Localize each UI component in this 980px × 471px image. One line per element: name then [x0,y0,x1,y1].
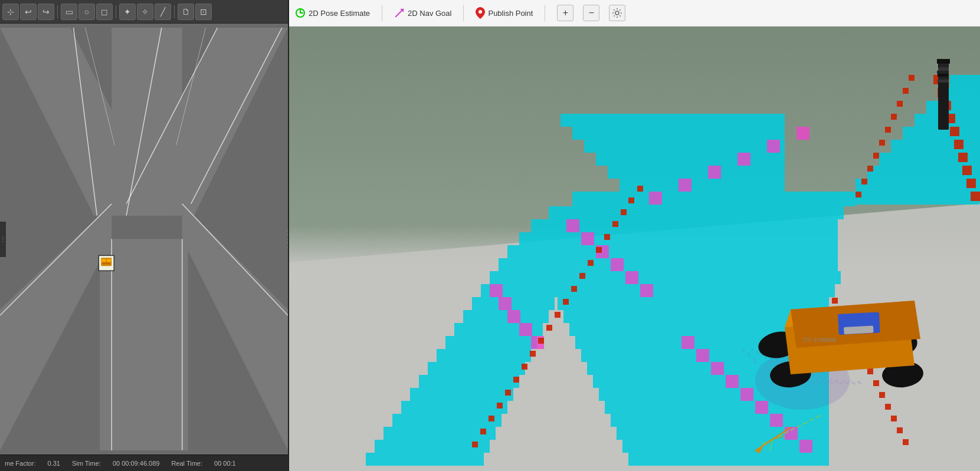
svg-rect-21 [102,262,110,264]
svg-rect-84 [926,101,980,114]
light-tool-btn[interactable]: ✦ [119,4,136,20]
real-time-value: 00 00:1 [214,460,236,467]
svg-rect-115 [621,209,627,215]
svg-rect-100 [499,297,512,310]
paste-tool-btn[interactable]: ⊡ [195,4,212,20]
svg-rect-38 [463,310,549,323]
slash-tool-btn[interactable]: ╱ [155,4,171,20]
pose-estimate-btn[interactable]: 2D Pose Estimate [295,8,370,18]
svg-rect-137 [873,153,879,159]
svg-rect-63 [552,284,835,297]
svg-rect-52 [596,153,785,166]
svg-point-298 [835,380,838,382]
svg-rect-117 [604,234,610,240]
svg-point-26 [615,11,619,15]
undo-btn[interactable]: ↩ [20,4,37,20]
nav-goal-icon [394,8,405,18]
remove-view-btn[interactable]: − [583,5,599,21]
box-tool-btn[interactable]: ◻ [96,4,113,20]
svg-rect-169 [939,64,948,67]
add-view-btn[interactable]: + [557,5,573,21]
svg-rect-136 [867,166,873,172]
sim-time-value: 00 00:09:46.089 [113,460,160,467]
svg-rect-175 [938,83,949,130]
magnet-tool-btn[interactable]: ✧ [137,4,153,20]
svg-point-273 [810,377,812,380]
svg-rect-50 [620,179,785,192]
publish-point-icon [476,7,485,19]
3d-scene-svg: CTF-ICUM2006 [289,27,980,471]
svg-rect-112 [799,440,812,453]
svg-point-294 [812,374,814,376]
panel-resizer[interactable] [286,24,288,454]
svg-point-257 [825,383,827,385]
pose-estimate-icon [295,8,306,18]
svg-point-282 [742,350,745,352]
svg-rect-139 [885,127,891,133]
svg-rect-109 [755,401,768,414]
redo-btn[interactable]: ↪ [38,4,54,20]
svg-rect-133 [472,442,478,447]
svg-rect-129 [505,390,511,396]
svg-rect-147 [958,153,968,162]
square-tool-btn[interactable]: ▭ [61,4,77,20]
svg-rect-75 [622,440,829,453]
svg-rect-149 [950,127,959,136]
svg-rect-81 [891,140,980,153]
svg-rect-134 [856,192,861,197]
svg-rect-106 [711,362,724,375]
svg-point-299 [841,381,844,383]
svg-rect-90 [738,153,750,166]
svg-rect-145 [966,179,976,188]
svg-rect-20 [107,259,111,262]
svg-rect-86 [950,75,980,88]
map-2d-view[interactable]: ⋮ [0,24,288,454]
svg-point-286 [761,354,763,357]
settings-btn[interactable] [609,5,625,21]
svg-rect-57 [596,206,844,219]
svg-rect-44 [410,388,513,401]
svg-rect-130 [497,403,503,409]
svg-rect-160 [867,368,873,374]
3d-viewport[interactable]: CTF-ICUM2006 [289,27,980,471]
svg-rect-122 [563,299,569,305]
settings-icon [612,8,622,18]
svg-rect-108 [740,388,753,401]
page-tool-btn[interactable]: 🗋 [178,4,194,20]
right-panel: 2D Pose Estimate 2D Nav Goal Publish Poi… [289,0,980,471]
svg-point-288 [776,360,779,363]
svg-point-274 [816,378,818,381]
svg-rect-94 [581,232,594,245]
svg-point-25 [478,10,482,14]
publish-point-btn[interactable]: Publish Point [476,7,533,19]
svg-rect-124 [546,325,552,331]
svg-rect-29 [572,192,620,206]
svg-rect-102 [519,323,532,336]
svg-rect-46 [392,414,502,427]
svg-rect-174 [938,80,949,83]
select-tool-btn[interactable]: ⊹ [2,4,19,20]
svg-rect-154 [832,298,838,304]
svg-rect-55 [561,114,785,127]
time-factor-label: me Factor: [5,460,36,467]
toolbar-div3 [545,5,545,21]
svg-rect-62 [546,271,841,284]
svg-rect-107 [726,375,739,388]
svg-point-297 [830,378,832,381]
nav-goal-btn[interactable]: 2D Nav Goal [394,8,451,18]
left-panel-toggle[interactable]: ⋮ [0,222,6,257]
svg-rect-53 [584,140,785,153]
publish-point-label: Publish Point [488,9,533,18]
svg-rect-41 [437,349,531,362]
svg-rect-87 [649,192,662,205]
svg-point-258 [831,382,833,384]
svg-rect-165 [897,427,903,433]
resizer-handle [287,228,288,251]
svg-rect-111 [785,427,798,440]
sim-time-label: Sim Time: [72,460,101,467]
svg-rect-125 [538,338,544,344]
circle-tool-btn[interactable]: ○ [78,4,95,20]
svg-rect-116 [612,221,618,227]
svg-rect-98 [640,284,653,297]
left-toolbar: ⊹ ↩ ↪ ▭ ○ ◻ ✦ ✧ ╱ 🗋 ⊡ [0,0,288,24]
